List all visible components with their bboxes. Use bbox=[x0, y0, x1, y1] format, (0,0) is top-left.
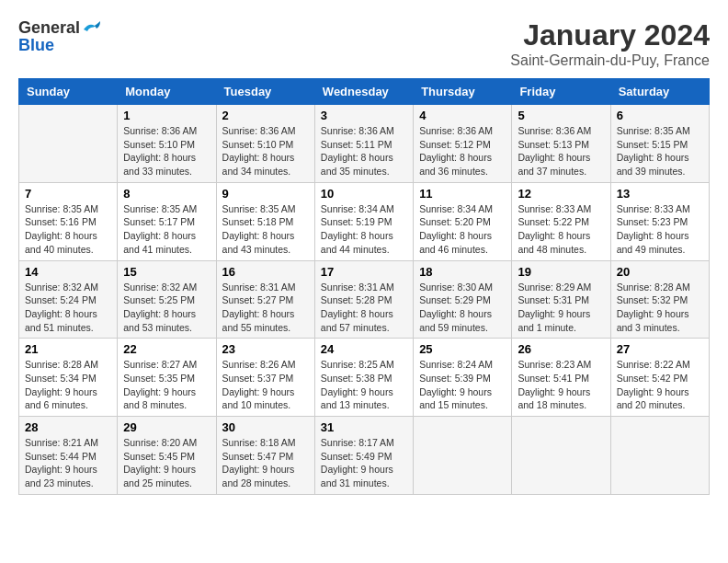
day-cell: 22Sunrise: 8:27 AMSunset: 5:35 PMDayligh… bbox=[118, 339, 216, 417]
sunrise-text: Sunrise: 8:35 AM bbox=[123, 202, 210, 216]
sunrise-text: Sunrise: 8:18 AM bbox=[222, 436, 309, 450]
daylight-text: Daylight: 8 hours and 39 minutes. bbox=[617, 151, 703, 178]
title-area: January 2024 Saint-Germain-du-Puy, Franc… bbox=[510, 18, 710, 69]
daylight-text: Daylight: 8 hours and 40 minutes. bbox=[25, 229, 111, 256]
sunset-text: Sunset: 5:13 PM bbox=[518, 138, 604, 152]
sunrise-text: Sunrise: 8:36 AM bbox=[222, 124, 309, 138]
day-number: 13 bbox=[617, 187, 703, 201]
day-number: 4 bbox=[419, 109, 506, 122]
day-cell: 27Sunrise: 8:22 AMSunset: 5:42 PMDayligh… bbox=[610, 339, 709, 417]
header: General Blue January 2024 Saint-Germain-… bbox=[18, 18, 710, 69]
daylight-text: Daylight: 9 hours and 13 minutes. bbox=[321, 385, 407, 412]
daylight-text: Daylight: 8 hours and 57 minutes. bbox=[321, 307, 407, 334]
daylight-text: Daylight: 9 hours and 28 minutes. bbox=[222, 463, 309, 489]
day-cell: 23Sunrise: 8:26 AMSunset: 5:37 PMDayligh… bbox=[216, 339, 314, 417]
weekday-header-thursday: Thursday bbox=[414, 79, 512, 105]
sunrise-text: Sunrise: 8:27 AM bbox=[123, 358, 210, 372]
sunset-text: Sunset: 5:25 PM bbox=[123, 293, 210, 307]
sunrise-text: Sunrise: 8:25 AM bbox=[321, 358, 407, 372]
day-info: Sunrise: 8:28 AMSunset: 5:34 PMDaylight:… bbox=[25, 358, 111, 412]
sunset-text: Sunset: 5:27 PM bbox=[222, 293, 309, 307]
sunset-text: Sunset: 5:47 PM bbox=[222, 450, 309, 464]
day-cell: 15Sunrise: 8:32 AMSunset: 5:25 PMDayligh… bbox=[118, 260, 216, 339]
daylight-text: Daylight: 8 hours and 41 minutes. bbox=[123, 229, 210, 256]
sunset-text: Sunset: 5:39 PM bbox=[419, 372, 506, 385]
day-info: Sunrise: 8:33 AMSunset: 5:23 PMDaylight:… bbox=[617, 202, 703, 257]
day-cell: 26Sunrise: 8:23 AMSunset: 5:41 PMDayligh… bbox=[512, 339, 610, 417]
day-info: Sunrise: 8:31 AMSunset: 5:27 PMDaylight:… bbox=[222, 281, 309, 335]
day-number: 23 bbox=[222, 342, 309, 356]
day-number: 6 bbox=[617, 109, 703, 122]
sunset-text: Sunset: 5:31 PM bbox=[518, 293, 604, 307]
weekday-header-friday: Friday bbox=[512, 79, 610, 105]
sunset-text: Sunset: 5:38 PM bbox=[321, 372, 407, 385]
sunset-text: Sunset: 5:34 PM bbox=[25, 372, 111, 385]
day-info: Sunrise: 8:34 AMSunset: 5:20 PMDaylight:… bbox=[419, 202, 506, 257]
weekday-header-tuesday: Tuesday bbox=[216, 79, 314, 105]
day-info: Sunrise: 8:35 AMSunset: 5:18 PMDaylight:… bbox=[222, 202, 309, 257]
sunrise-text: Sunrise: 8:36 AM bbox=[518, 124, 604, 138]
day-number: 7 bbox=[25, 187, 111, 201]
day-info: Sunrise: 8:36 AMSunset: 5:10 PMDaylight:… bbox=[123, 124, 210, 178]
sunrise-text: Sunrise: 8:36 AM bbox=[419, 124, 506, 138]
day-number: 8 bbox=[123, 187, 210, 201]
day-info: Sunrise: 8:36 AMSunset: 5:11 PMDaylight:… bbox=[321, 124, 407, 178]
sunrise-text: Sunrise: 8:21 AM bbox=[25, 436, 111, 450]
daylight-text: Daylight: 8 hours and 59 minutes. bbox=[419, 307, 506, 334]
sunset-text: Sunset: 5:22 PM bbox=[518, 215, 604, 229]
day-number: 21 bbox=[25, 342, 111, 356]
day-cell: 11Sunrise: 8:34 AMSunset: 5:20 PMDayligh… bbox=[414, 182, 512, 260]
day-info: Sunrise: 8:26 AMSunset: 5:37 PMDaylight:… bbox=[222, 358, 309, 412]
daylight-text: Daylight: 8 hours and 55 minutes. bbox=[222, 307, 309, 334]
day-cell: 7Sunrise: 8:35 AMSunset: 5:16 PMDaylight… bbox=[19, 182, 118, 260]
day-info: Sunrise: 8:28 AMSunset: 5:32 PMDaylight:… bbox=[617, 281, 703, 335]
sunset-text: Sunset: 5:35 PM bbox=[123, 372, 210, 385]
logo-bird-icon bbox=[82, 20, 102, 37]
day-number: 25 bbox=[419, 342, 506, 356]
daylight-text: Daylight: 9 hours and 10 minutes. bbox=[222, 385, 309, 412]
day-cell: 25Sunrise: 8:24 AMSunset: 5:39 PMDayligh… bbox=[414, 339, 512, 417]
sunset-text: Sunset: 5:29 PM bbox=[419, 293, 506, 307]
daylight-text: Daylight: 8 hours and 37 minutes. bbox=[518, 151, 604, 178]
day-info: Sunrise: 8:35 AMSunset: 5:17 PMDaylight:… bbox=[123, 202, 210, 257]
sunrise-text: Sunrise: 8:20 AM bbox=[123, 436, 210, 450]
day-info: Sunrise: 8:36 AMSunset: 5:12 PMDaylight:… bbox=[419, 124, 506, 178]
sunset-text: Sunset: 5:10 PM bbox=[123, 138, 210, 152]
sunrise-text: Sunrise: 8:32 AM bbox=[25, 281, 111, 294]
calendar-title: January 2024 bbox=[510, 18, 710, 52]
day-number: 16 bbox=[222, 265, 309, 279]
day-info: Sunrise: 8:32 AMSunset: 5:24 PMDaylight:… bbox=[25, 281, 111, 335]
day-info: Sunrise: 8:27 AMSunset: 5:35 PMDaylight:… bbox=[123, 358, 210, 412]
day-number: 5 bbox=[518, 109, 604, 122]
daylight-text: Daylight: 8 hours and 51 minutes. bbox=[25, 307, 111, 334]
day-number: 2 bbox=[222, 109, 309, 122]
day-info: Sunrise: 8:18 AMSunset: 5:47 PMDaylight:… bbox=[222, 436, 309, 490]
sunset-text: Sunset: 5:15 PM bbox=[617, 138, 703, 152]
sunrise-text: Sunrise: 8:23 AM bbox=[518, 358, 604, 372]
day-cell: 8Sunrise: 8:35 AMSunset: 5:17 PMDaylight… bbox=[118, 182, 216, 260]
sunrise-text: Sunrise: 8:17 AM bbox=[321, 436, 407, 450]
day-info: Sunrise: 8:23 AMSunset: 5:41 PMDaylight:… bbox=[518, 358, 604, 412]
day-cell: 28Sunrise: 8:21 AMSunset: 5:44 PMDayligh… bbox=[19, 417, 118, 495]
day-number: 20 bbox=[617, 265, 703, 279]
sunset-text: Sunset: 5:45 PM bbox=[123, 450, 210, 464]
weekday-header-row: SundayMondayTuesdayWednesdayThursdayFrid… bbox=[19, 79, 710, 105]
daylight-text: Daylight: 8 hours and 49 minutes. bbox=[617, 229, 703, 256]
day-number: 15 bbox=[123, 265, 210, 279]
day-number: 12 bbox=[518, 187, 604, 201]
day-cell: 19Sunrise: 8:29 AMSunset: 5:31 PMDayligh… bbox=[512, 260, 610, 339]
daylight-text: Daylight: 8 hours and 44 minutes. bbox=[321, 229, 407, 256]
sunrise-text: Sunrise: 8:34 AM bbox=[321, 202, 407, 216]
sunset-text: Sunset: 5:10 PM bbox=[222, 138, 309, 152]
day-number: 9 bbox=[222, 187, 309, 201]
sunrise-text: Sunrise: 8:26 AM bbox=[222, 358, 309, 372]
sunset-text: Sunset: 5:20 PM bbox=[419, 215, 506, 229]
day-cell: 5Sunrise: 8:36 AMSunset: 5:13 PMDaylight… bbox=[512, 105, 610, 183]
logo-general-text: General bbox=[18, 18, 80, 38]
daylight-text: Daylight: 8 hours and 43 minutes. bbox=[222, 229, 309, 256]
day-cell: 20Sunrise: 8:28 AMSunset: 5:32 PMDayligh… bbox=[610, 260, 709, 339]
day-cell: 24Sunrise: 8:25 AMSunset: 5:38 PMDayligh… bbox=[314, 339, 413, 417]
sunrise-text: Sunrise: 8:36 AM bbox=[123, 124, 210, 138]
week-row-5: 28Sunrise: 8:21 AMSunset: 5:44 PMDayligh… bbox=[19, 417, 710, 495]
day-info: Sunrise: 8:36 AMSunset: 5:13 PMDaylight:… bbox=[518, 124, 604, 178]
